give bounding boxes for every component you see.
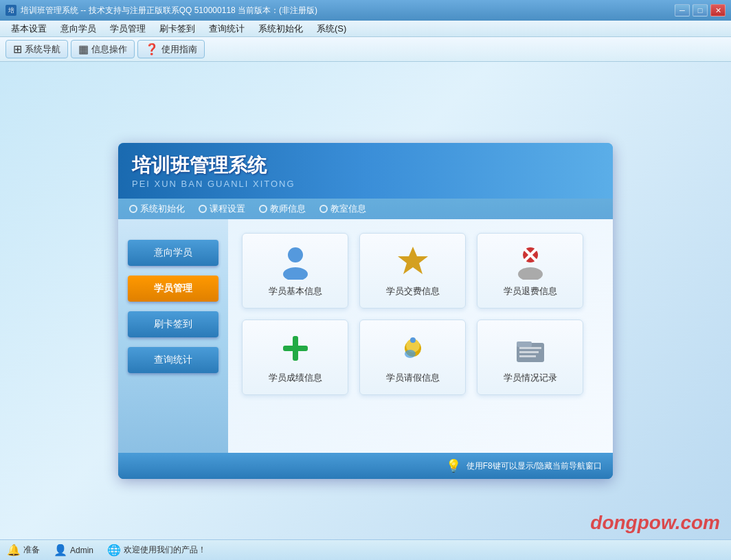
grade-icon [278, 331, 313, 366]
leave-icon [395, 331, 431, 366]
card-leave-info[interactable]: 学员请假信息 [359, 320, 466, 395]
app-icon: 培 [5, 5, 16, 16]
tab-teacher-info[interactable]: 教师信息 [259, 203, 306, 215]
sidebar-prospective-students[interactable]: 意向学员 [128, 240, 218, 266]
radio-course-settings [199, 205, 207, 213]
nav-label: 系统导航 [25, 43, 60, 56]
title-bar: 培 培训班管理系统 -- 技术支持与注册正版联系QQ 510000118 当前版… [0, 0, 731, 21]
menu-system-init[interactable]: 系统初始化 [251, 21, 310, 36]
lightbulb-icon: 💡 [446, 458, 461, 473]
user-text: Admin [70, 546, 93, 555]
basic-info-label: 学员基本信息 [269, 285, 322, 298]
icon-grid-row2: 学员成绩信息 学员请假信息 [242, 320, 599, 395]
right-content: 学员基本信息 学员交费信息 [228, 219, 613, 453]
toolbar: ⊞ 系统导航 ▦ 信息操作 ❓ 使用指南 [0, 37, 731, 62]
sidebar-student-management[interactable]: 学员管理 [128, 276, 218, 302]
menu-system[interactable]: 系统(S) [310, 21, 353, 36]
card-basic-info[interactable]: 学员基本信息 [242, 233, 348, 309]
leave-info-label: 学员请假信息 [386, 372, 440, 384]
card-fee-info[interactable]: 学员交费信息 [359, 233, 466, 309]
card-situation-record[interactable]: 学员情况记录 [477, 320, 583, 395]
tab-system-init[interactable]: 系统初始化 [129, 203, 185, 215]
card-refund-info[interactable]: 学员退费信息 [477, 233, 583, 309]
grade-info-label: 学员成绩信息 [269, 372, 322, 384]
menu-student-management[interactable]: 学员管理 [103, 21, 153, 36]
panel-footer: 💡 使用F8键可以显示/隐藏当前导航窗口 [118, 453, 613, 479]
menu-prospective-students[interactable]: 意向学员 [54, 21, 103, 36]
svg-rect-15 [519, 347, 541, 349]
ready-icon: 🔔 [7, 544, 21, 557]
svg-point-0 [288, 247, 303, 262]
panel-header: 培训班管理系统 PEI XUN BAN GUANLI XITONG [118, 143, 613, 199]
svg-point-12 [410, 337, 416, 343]
minimize-button[interactable]: ─ [675, 4, 690, 16]
info-label: 信息操作 [91, 43, 127, 56]
status-user: 👤 Admin [54, 544, 93, 557]
svg-point-4 [518, 267, 543, 280]
svg-rect-8 [283, 346, 308, 351]
guide-icon: ❓ [145, 43, 159, 56]
info-ops-button[interactable]: ▦ 信息操作 [71, 40, 135, 58]
close-button[interactable]: ✕ [710, 4, 726, 16]
use-guide-button[interactable]: ❓ 使用指南 [137, 40, 205, 58]
svg-marker-2 [398, 247, 428, 274]
radio-system-init [129, 205, 137, 213]
status-bar: 🔔 准备 👤 Admin 🌐 欢迎使用我们的产品！ [0, 539, 731, 560]
card-grade-info[interactable]: 学员成绩信息 [242, 320, 348, 395]
status-ready: 🔔 准备 [7, 544, 40, 557]
welcome-text: 欢迎使用我们的产品！ [124, 544, 206, 556]
fee-icon [395, 244, 431, 280]
restore-button[interactable]: □ [693, 4, 708, 16]
tab-classroom-label: 教室信息 [330, 203, 366, 215]
watermark: dongpow.com [590, 512, 720, 534]
guide-label: 使用指南 [161, 43, 197, 56]
fee-info-label: 学员交费信息 [386, 285, 440, 298]
sidebar-query-stats[interactable]: 查询统计 [128, 347, 218, 373]
refund-info-label: 学员退费信息 [504, 285, 557, 298]
welcome-icon: 🌐 [107, 544, 121, 557]
left-sidebar: 意向学员 学员管理 刷卡签到 查询统计 [118, 219, 228, 453]
status-welcome: 🌐 欢迎使用我们的产品！ [107, 544, 206, 557]
tab-course-label: 课程设置 [210, 203, 245, 215]
menu-bar: 基本设置 意向学员 学员管理 刷卡签到 查询统计 系统初始化 系统(S) [0, 21, 731, 37]
person-icon [278, 244, 313, 280]
content-area: 意向学员 学员管理 刷卡签到 查询统计 [118, 219, 613, 453]
system-nav-button[interactable]: ⊞ 系统导航 [5, 40, 68, 58]
svg-point-11 [405, 350, 416, 358]
user-icon: 👤 [54, 544, 67, 557]
radio-classroom-info [319, 205, 328, 213]
footer-hint: 使用F8键可以显示/隐藏当前导航窗口 [466, 460, 602, 472]
tab-course-settings[interactable]: 课程设置 [199, 203, 245, 215]
tab-classroom-info[interactable]: 教室信息 [319, 203, 366, 215]
svg-rect-14 [517, 341, 532, 347]
panel-title-english: PEI XUN BAN GUANLI XITONG [132, 179, 295, 189]
svg-rect-17 [519, 355, 536, 357]
menu-query-stats[interactable]: 查询统计 [202, 21, 251, 36]
refund-icon [513, 244, 548, 280]
main-area: 培训班管理系统 PEI XUN BAN GUANLI XITONG 系统初始化 … [0, 62, 731, 560]
menu-card-checkin[interactable]: 刷卡签到 [153, 21, 202, 36]
icon-grid-row1: 学员基本信息 学员交费信息 [242, 233, 599, 309]
tab-teacher-label: 教师信息 [270, 203, 306, 215]
svg-rect-16 [519, 351, 539, 353]
situation-record-label: 学员情况记录 [504, 372, 557, 384]
nav-icon: ⊞ [13, 43, 22, 56]
panel-title-chinese: 培训班管理系统 [132, 153, 295, 179]
situation-icon [513, 331, 548, 366]
svg-point-1 [283, 267, 308, 280]
central-panel: 培训班管理系统 PEI XUN BAN GUANLI XITONG 系统初始化 … [118, 143, 613, 479]
menu-basic-settings[interactable]: 基本设置 [4, 21, 54, 36]
nav-tabs-row: 系统初始化 课程设置 教师信息 教室信息 [118, 199, 613, 219]
window-title: 培训班管理系统 -- 技术支持与注册正版联系QQ 510000118 当前版本：… [21, 5, 317, 16]
sidebar-card-checkin[interactable]: 刷卡签到 [128, 311, 218, 337]
radio-teacher-info [259, 205, 267, 213]
info-icon: ▦ [78, 43, 89, 56]
tab-system-init-label: 系统初始化 [140, 203, 185, 215]
ready-text: 准备 [23, 544, 40, 556]
